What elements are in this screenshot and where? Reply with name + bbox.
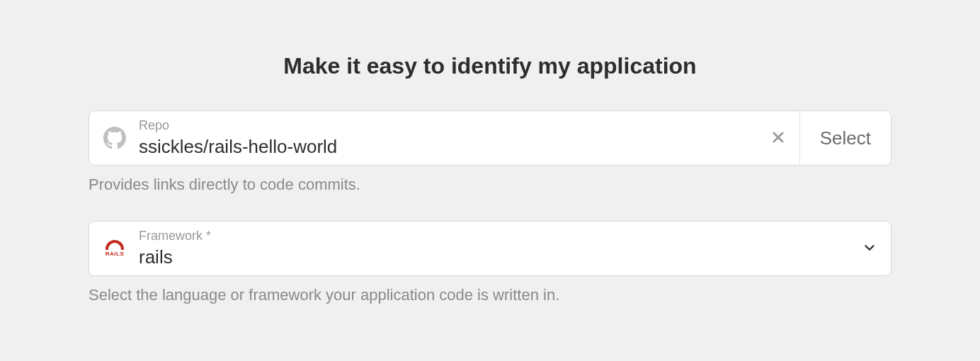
repo-helper-text: Provides links directly to code commits.	[89, 176, 891, 194]
close-icon	[771, 130, 785, 147]
framework-field-container[interactable]: RAILS Framework * rails	[89, 221, 891, 276]
repo-clear-button[interactable]	[763, 122, 794, 154]
framework-helper-text: Select the language or framework your ap…	[89, 286, 891, 304]
framework-value: rails	[139, 246, 836, 269]
framework-field-row: RAILS Framework * rails Select the langu…	[89, 221, 891, 304]
chevron-down-icon	[862, 240, 877, 258]
repo-select-button[interactable]: Select	[799, 111, 891, 165]
repo-field-container: Repo ssickles/rails-hello-world Select	[89, 110, 891, 166]
github-icon	[102, 125, 127, 151]
rails-icon: RAILS	[102, 236, 127, 261]
framework-dropdown-button[interactable]	[848, 222, 891, 275]
repo-field-body[interactable]: Repo ssickles/rails-hello-world	[89, 111, 763, 165]
framework-label: Framework *	[139, 229, 836, 244]
page-title: Make it easy to identify my application	[89, 53, 891, 79]
repo-label: Repo	[139, 118, 750, 134]
framework-field-body: RAILS Framework * rails	[89, 222, 848, 275]
repo-field-row: Repo ssickles/rails-hello-world Select P…	[89, 110, 891, 194]
repo-value: ssickles/rails-hello-world	[139, 135, 750, 159]
